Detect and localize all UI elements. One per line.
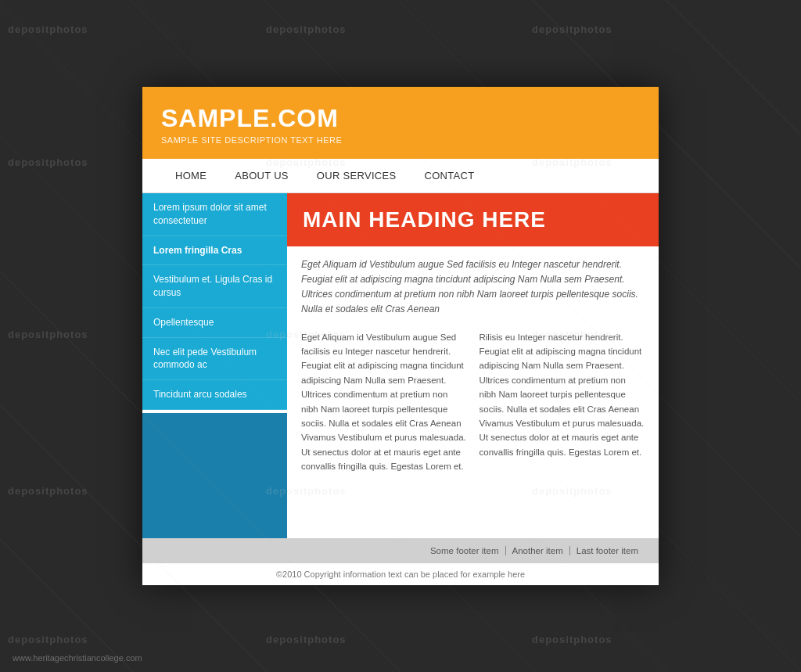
site-footer-bar: Some footer item Another item Last foote… <box>142 538 659 563</box>
watermark-3: depositphotos <box>532 23 612 35</box>
sidebar-item-5[interactable]: Tincidunt arcu sodales <box>142 380 287 410</box>
watermark-1: depositphotos <box>8 23 88 35</box>
footer-link-0[interactable]: Some footer item <box>424 546 506 555</box>
sidebar-item-3[interactable]: Opellentesque <box>142 308 287 338</box>
site-nav: HOME ABOUT US OUR SERVICES CONTACT <box>142 159 659 193</box>
sidebar-bottom <box>142 413 287 538</box>
main-heading-text: MAIN HEADING HERE <box>303 207 643 232</box>
bottom-url: www.heritagechristiancollege.com <box>13 653 142 663</box>
footer-link-2[interactable]: Last footer item <box>570 546 645 555</box>
site-copyright: ©2010 Copyright information text can be … <box>142 563 659 585</box>
watermark-7: depositphotos <box>8 329 88 340</box>
sidebar-item-4[interactable]: Nec elit pede Vestibulum commodo ac <box>142 338 287 381</box>
sidebar-top: Lorem ipsum dolor sit amet consectetuer … <box>142 193 287 410</box>
footer-link-1[interactable]: Another item <box>506 546 570 555</box>
site-wrapper: SAMPLE.COM SAMPLE SITE DESCRIPTION TEXT … <box>142 87 659 585</box>
main-heading-banner: MAIN HEADING HERE <box>287 193 659 246</box>
nav-about[interactable]: ABOUT US <box>221 159 303 192</box>
intro-text: Eget Aliquam id Vestibulum augue Sed fac… <box>301 257 645 318</box>
sidebar-item-2[interactable]: Vestibulum et. Ligula Cras id cursus <box>142 265 287 308</box>
col-right: Rilisis eu Integer nascetur hendrerit. F… <box>480 330 645 474</box>
sidebar-item-0[interactable]: Lorem ipsum dolor sit amet consectetuer <box>142 193 287 236</box>
watermark-10: depositphotos <box>8 485 88 497</box>
site-header: SAMPLE.COM SAMPLE SITE DESCRIPTION TEXT … <box>142 87 659 159</box>
col-left: Eget Aliquam id Vestibulum augue Sed fac… <box>301 330 467 474</box>
nav-home[interactable]: HOME <box>161 159 221 192</box>
content-inner: Eget Aliquam id Vestibulum augue Sed fac… <box>287 257 659 474</box>
sidebar-item-1[interactable]: Lorem fringilla Cras <box>142 236 287 266</box>
two-col: Eget Aliquam id Vestibulum augue Sed fac… <box>301 330 645 474</box>
site-content: MAIN HEADING HERE Eget Aliquam id Vestib… <box>287 193 659 538</box>
watermark-15: depositphotos <box>532 634 612 645</box>
watermark-2: depositphotos <box>266 23 347 35</box>
nav-services[interactable]: OUR SERVICES <box>303 159 411 192</box>
watermark-4: depositphotos <box>8 156 88 168</box>
site-main: Lorem ipsum dolor sit amet consectetuer … <box>142 193 659 538</box>
site-sidebar: Lorem ipsum dolor sit amet consectetuer … <box>142 193 287 538</box>
footer-links: Some footer item Another item Last foote… <box>424 546 645 555</box>
watermark-14: depositphotos <box>266 634 347 645</box>
watermark-13: depositphotos <box>8 634 88 645</box>
site-title: SAMPLE.COM <box>161 104 640 133</box>
nav-contact[interactable]: CONTACT <box>410 159 488 192</box>
site-description: SAMPLE SITE DESCRIPTION TEXT HERE <box>161 135 640 145</box>
